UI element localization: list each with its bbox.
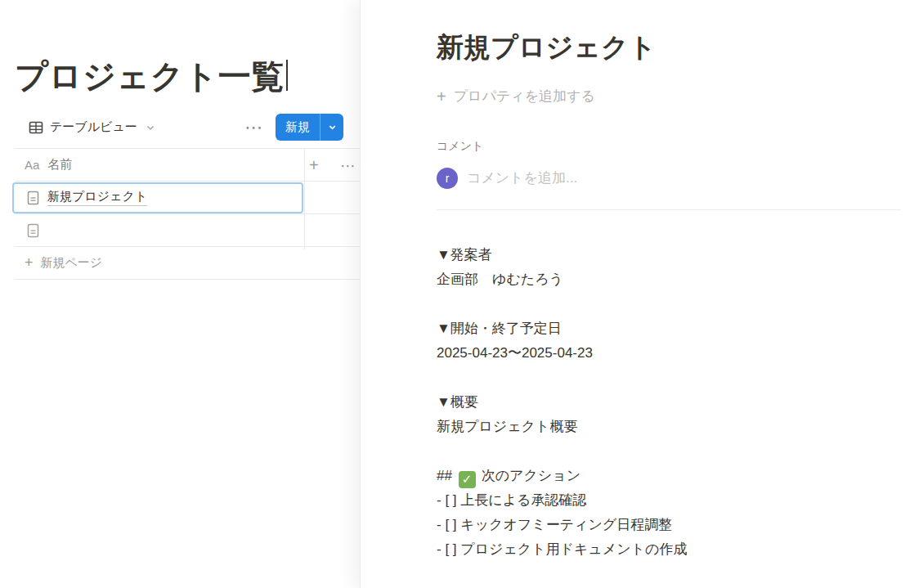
text-block-summary-heading[interactable]: ▼概要: [437, 390, 877, 415]
table-view-icon: [29, 120, 43, 135]
white-check-mark-emoji: ✓: [459, 471, 476, 488]
text-block-proposer-heading[interactable]: ▼発案者: [437, 243, 877, 267]
database-toolbar: テーブルビュー ⋯ 新規: [15, 114, 343, 141]
text-block-dates-heading[interactable]: ▼開始・終了予定日: [437, 316, 877, 341]
database-table: Aa 名前 + ⋯ 新規プロジェクト: [15, 148, 361, 280]
text-block-proposer-value[interactable]: 企画部 ゆむたろう: [437, 267, 877, 292]
table-row[interactable]: 新規プロジェクト: [15, 182, 361, 214]
text-block-summary-value[interactable]: 新規プロジェクト概要: [437, 415, 877, 439]
chevron-down-icon: [328, 120, 337, 135]
plus-icon: +: [437, 88, 446, 105]
table-options-more-button[interactable]: ⋯: [340, 149, 356, 182]
todo-text-block[interactable]: - [ ] キックオフミーティング日程調整: [437, 513, 877, 537]
text-block-empty[interactable]: [437, 439, 877, 464]
row-title: 新規プロジェクト: [47, 189, 147, 206]
database-page: プロジェクト一覧 テーブルビュー ⋯ 新規: [0, 0, 361, 588]
add-column-button[interactable]: +: [309, 149, 319, 182]
table-row[interactable]: [15, 214, 361, 247]
page-body: ▼発案者 企画部 ゆむたろう ▼開始・終了予定日 2025-04-23〜2025…: [437, 243, 877, 562]
markdown-heading-prefix: ##: [437, 468, 456, 483]
section-divider: [437, 209, 901, 210]
new-page-row[interactable]: + 新規ページ: [15, 247, 361, 280]
user-avatar: r: [437, 168, 458, 189]
text-caret: [286, 60, 288, 91]
plus-icon: +: [25, 254, 34, 272]
text-property-type-icon: Aa: [25, 158, 39, 172]
view-tab-table[interactable]: テーブルビュー: [29, 119, 155, 135]
new-record-button: 新規: [276, 114, 343, 141]
new-record-dropdown-button[interactable]: [321, 114, 343, 141]
peek-page-title[interactable]: 新規プロジェクト: [437, 29, 657, 66]
text-block-empty[interactable]: [437, 366, 877, 390]
todo-text-block[interactable]: - [ ] 上長による承認確認: [437, 488, 877, 513]
chevron-down-icon: [146, 123, 155, 132]
text-block-empty[interactable]: [437, 292, 877, 316]
column-header-name[interactable]: 名前: [47, 157, 72, 173]
side-peek-content: 新規プロジェクト + プロパティを追加する コメント r ▼発案者 企画部 ゆむ…: [437, 0, 877, 588]
add-property-button[interactable]: + プロパティを追加する: [437, 87, 595, 105]
view-tab-label: テーブルビュー: [50, 119, 137, 135]
new-record-button-main[interactable]: 新規: [276, 114, 320, 141]
database-title[interactable]: プロジェクト一覧: [15, 54, 288, 99]
side-peek-panel: 新規プロジェクト + プロパティを追加する コメント r ▼発案者 企画部 ゆむ…: [360, 0, 910, 588]
page-icon: [26, 191, 40, 205]
page-icon: [26, 223, 40, 238]
todo-text-block[interactable]: - [ ] プロジェクト用ドキュメントの作成: [437, 537, 877, 562]
actions-heading-text: 次のアクション: [482, 468, 581, 483]
new-page-label: 新規ページ: [41, 255, 103, 271]
comment-composer: r: [437, 168, 877, 189]
database-title-text: プロジェクト一覧: [15, 58, 285, 94]
text-block-dates-value[interactable]: 2025-04-23〜2025-04-23: [437, 341, 877, 366]
table-header-row: Aa 名前 + ⋯: [15, 149, 361, 182]
comments-section-label: コメント: [437, 139, 483, 154]
view-options-more-button[interactable]: ⋯: [244, 119, 263, 137]
comment-input[interactable]: [467, 170, 877, 186]
text-block-actions-heading[interactable]: ## ✓次のアクション: [437, 464, 877, 488]
add-property-label: プロパティを追加する: [454, 87, 595, 105]
